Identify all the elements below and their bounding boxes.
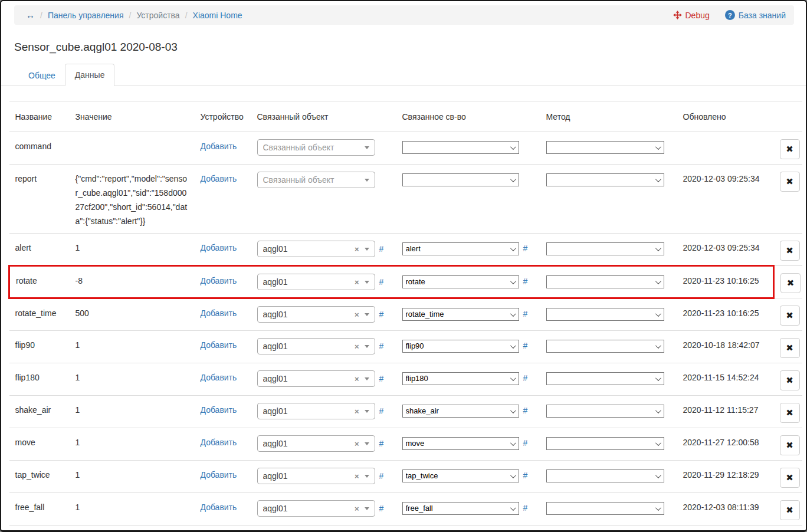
clear-icon[interactable]: × <box>355 311 359 318</box>
property-hash-link[interactable]: # <box>523 403 528 418</box>
method-select[interactable] <box>546 502 664 515</box>
add-device-link[interactable]: Добавить <box>201 340 237 350</box>
delete-row-button[interactable]: ✖ <box>780 273 801 293</box>
clear-icon[interactable]: × <box>355 505 359 513</box>
tab-general[interactable]: Общее <box>19 65 65 86</box>
method-select[interactable] <box>546 173 664 186</box>
delete-row-button[interactable]: ✖ <box>780 500 800 520</box>
add-device-link[interactable]: Добавить <box>201 174 237 183</box>
linked-property-select[interactable]: rotate_time <box>402 308 519 321</box>
add-device-link[interactable]: Добавить <box>201 405 237 415</box>
delete-row-button[interactable]: ✖ <box>780 139 800 159</box>
linked-object-select[interactable]: Связанный объект × <box>257 172 375 188</box>
delete-row-button[interactable]: ✖ <box>780 403 800 423</box>
property-hash-link[interactable]: # <box>523 501 528 515</box>
property-hash-link[interactable]: # <box>523 241 528 255</box>
delete-row-button[interactable]: ✖ <box>780 306 800 326</box>
property-hash-link[interactable]: # <box>523 339 528 353</box>
linked-property-select[interactable]: move <box>402 437 519 450</box>
clear-icon[interactable]: × <box>355 278 359 286</box>
method-select[interactable] <box>546 469 664 482</box>
property-value: {"cmd":"report","model":"sensor_cube.aqg… <box>70 165 195 234</box>
method-select[interactable] <box>546 141 664 154</box>
linked-object-select[interactable]: aqgl01 × <box>257 241 375 257</box>
property-hash-link[interactable]: # <box>523 436 528 450</box>
method-select[interactable] <box>546 372 664 385</box>
method-select[interactable] <box>546 308 664 321</box>
linked-object-select[interactable]: aqgl01 × <box>257 403 375 419</box>
object-hash-link[interactable]: # <box>379 275 384 289</box>
linked-property-select[interactable]: free_fall <box>402 502 519 515</box>
delete-row-button[interactable]: ✖ <box>780 338 800 358</box>
dropdown-arrow-icon <box>365 146 369 149</box>
delete-icon: ✖ <box>786 408 793 418</box>
linked-property-value: alert <box>406 242 510 256</box>
method-select[interactable] <box>546 275 664 288</box>
method-select[interactable] <box>546 242 664 255</box>
linked-object-select[interactable]: aqgl01 × <box>257 274 375 290</box>
table-row: rotate_time 500 Добавить aqgl01 × # rota… <box>9 298 802 331</box>
delete-row-button[interactable]: ✖ <box>780 435 800 455</box>
linked-property-select[interactable] <box>402 173 519 186</box>
breadcrumb-devices[interactable]: Устройства <box>136 11 179 20</box>
add-device-link[interactable]: Добавить <box>201 503 237 512</box>
linked-object-select[interactable]: aqgl01 × <box>257 435 375 452</box>
add-device-link[interactable]: Добавить <box>201 470 237 480</box>
property-hash-link[interactable]: # <box>523 307 528 321</box>
tab-data[interactable]: Данные <box>65 64 115 86</box>
left-right-arrow-icon[interactable]: ↔ <box>26 10 35 20</box>
linked-object-select[interactable]: aqgl01 × <box>257 306 375 323</box>
linked-object-select[interactable]: aqgl01 × <box>257 500 375 517</box>
delete-row-button[interactable]: ✖ <box>780 241 800 261</box>
delete-row-button[interactable]: ✖ <box>780 468 800 488</box>
clear-icon[interactable]: × <box>355 375 359 383</box>
debug-link[interactable]: Debug <box>673 11 710 20</box>
object-hash-link[interactable]: # <box>379 307 384 321</box>
object-hash-link[interactable]: # <box>379 372 384 386</box>
linked-object-select[interactable]: aqgl01 × <box>257 468 375 484</box>
delete-row-button[interactable]: ✖ <box>780 172 800 192</box>
properties-table: Название Значение Устройство Связанный о… <box>8 101 802 532</box>
delete-row-button[interactable]: ✖ <box>780 370 800 390</box>
method-select[interactable] <box>546 437 664 450</box>
clear-icon[interactable]: × <box>355 245 359 253</box>
linked-property-select[interactable]: flip180 <box>402 372 519 385</box>
header-actions <box>774 101 802 132</box>
object-hash-link[interactable]: # <box>379 404 384 418</box>
add-device-link[interactable]: Добавить <box>201 373 237 382</box>
object-hash-link[interactable]: # <box>379 242 384 256</box>
add-device-link[interactable]: Добавить <box>201 142 237 151</box>
knowledge-base-link[interactable]: ? База знаний <box>725 10 786 20</box>
clear-icon[interactable]: × <box>355 440 359 448</box>
linked-property-select[interactable]: rotate <box>402 275 519 288</box>
property-hash-link[interactable]: # <box>523 371 528 385</box>
add-device-link[interactable]: Добавить <box>201 243 237 252</box>
add-device-link[interactable]: Добавить <box>201 308 237 318</box>
linked-object-select[interactable]: Связанный объект × <box>257 139 375 156</box>
object-hash-link[interactable]: # <box>379 339 384 353</box>
clear-icon[interactable]: × <box>355 472 359 480</box>
property-hash-link[interactable]: # <box>523 274 528 288</box>
object-hash-link[interactable]: # <box>379 469 384 483</box>
linked-property-select[interactable]: tap_twice <box>402 469 519 482</box>
select-chevron-icon <box>510 245 516 251</box>
linked-property-select[interactable]: flip90 <box>402 340 519 353</box>
linked-property-select[interactable]: shake_air <box>402 405 519 418</box>
add-device-link[interactable]: Добавить <box>201 438 237 447</box>
property-hash-link[interactable]: # <box>523 468 528 482</box>
clear-icon[interactable]: × <box>355 343 359 350</box>
linked-property-value: rotate <box>406 275 510 289</box>
breadcrumb-xiaomi-home[interactable]: Xiaomi Home <box>193 11 242 20</box>
object-hash-link[interactable]: # <box>379 436 384 451</box>
linked-property-select[interactable] <box>402 141 519 154</box>
method-select[interactable] <box>546 340 664 353</box>
linked-object-select[interactable]: aqgl01 × <box>257 338 375 354</box>
linked-object-value: aqgl01 <box>263 469 355 483</box>
object-hash-link[interactable]: # <box>379 501 384 515</box>
add-device-link[interactable]: Добавить <box>201 276 237 285</box>
method-select[interactable] <box>546 405 664 418</box>
linked-object-select[interactable]: aqgl01 × <box>257 370 375 387</box>
breadcrumb-control-panel[interactable]: Панель управления <box>48 11 124 20</box>
clear-icon[interactable]: × <box>355 408 359 415</box>
linked-property-select[interactable]: alert <box>402 242 519 255</box>
